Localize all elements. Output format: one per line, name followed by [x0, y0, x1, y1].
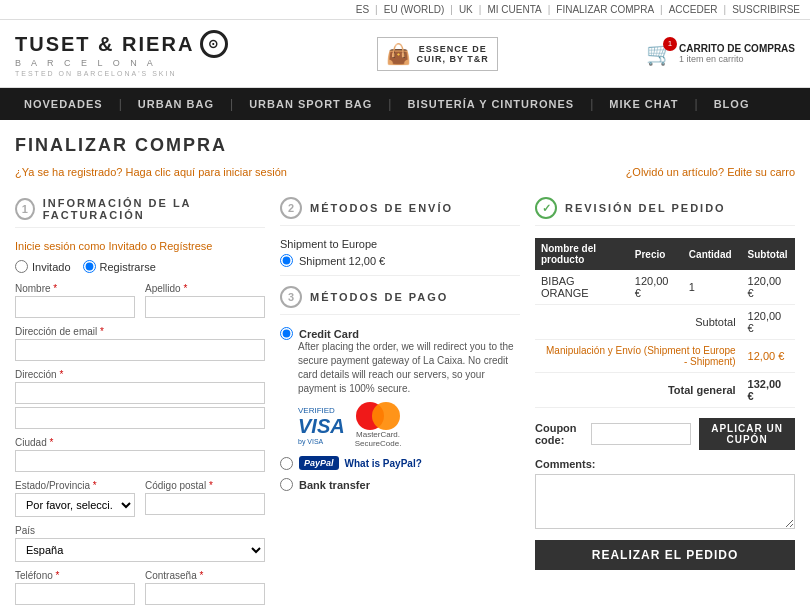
- telefono-label: Teléfono *: [15, 570, 135, 581]
- direccion-input2[interactable]: [15, 407, 265, 429]
- paypal-logo: PayPal: [299, 456, 339, 470]
- email-input[interactable]: [15, 339, 265, 361]
- pais-group: País España: [15, 525, 265, 562]
- cart-area[interactable]: 🛒 1 CARRITO DE COMPRAS 1 item en carrito: [646, 41, 795, 67]
- login-link[interactable]: iniciar sesión: [223, 166, 287, 178]
- wheel-icon: ⊙: [200, 30, 228, 58]
- col-subtotal: Subtotal: [742, 238, 795, 270]
- product-subtotal: 120,00 €: [742, 270, 795, 305]
- cart-icon: 🛒 1: [646, 41, 673, 67]
- nombre-apellido-row: Nombre * Apellido *: [15, 283, 265, 318]
- paypal-radio[interactable]: [280, 457, 293, 470]
- mi-cuenta-link[interactable]: MI CUENTA: [487, 4, 541, 15]
- coupon-input[interactable]: [591, 423, 691, 445]
- cart-badge: 1: [663, 37, 677, 51]
- payment-title: MÉTODOS DE PAGO: [310, 291, 448, 303]
- billing-num: 1: [15, 198, 35, 220]
- payment-num: 3: [280, 286, 302, 308]
- postal-input[interactable]: [145, 493, 265, 515]
- subtotal-value: 120,00 €: [742, 305, 795, 340]
- lang-es[interactable]: ES: [356, 4, 369, 15]
- mc-orange-circle: [372, 402, 400, 430]
- contrasena-input[interactable]: [145, 583, 265, 605]
- billing-title: INFORMACIÓN DE LA FACTURACIÓN: [43, 197, 265, 221]
- nav-bisuteria[interactable]: BISUTERÍA Y CINTURONES: [393, 88, 588, 120]
- telefono-input[interactable]: [15, 583, 135, 605]
- ciudad-label: Ciudad *: [15, 437, 265, 448]
- logo-title: TUSET & RIERA ⊙: [15, 30, 228, 58]
- payment-logos: VERIFIED VISA by VISA MasterCard.SecureC…: [298, 402, 520, 448]
- lang-eu[interactable]: EU (WORLD): [384, 4, 445, 15]
- shipping-row: Manipulación y Envío (Shipment to Europe…: [535, 340, 795, 373]
- logo-barcelona: B A R C E L O N A: [15, 58, 228, 68]
- credit-card-label[interactable]: Credit Card: [280, 327, 520, 340]
- product-price: 120,00 €: [629, 270, 683, 305]
- ciudad-input[interactable]: [15, 450, 265, 472]
- visa-logo: VERIFIED VISA by VISA: [298, 406, 345, 445]
- shipping-num: 2: [280, 197, 302, 219]
- mc-text: MasterCard.SecureCode.: [355, 430, 402, 448]
- nav-novedades[interactable]: NOVEDADES: [10, 88, 117, 120]
- acceder-link[interactable]: ACCEDER: [669, 4, 718, 15]
- radio-register[interactable]: [83, 260, 96, 273]
- comments-textarea[interactable]: [535, 474, 795, 529]
- forgot-link[interactable]: ¿Olvidó un artículo? Edite su carro: [626, 166, 795, 178]
- col-product: Nombre del producto: [535, 238, 629, 270]
- radio-guest-label[interactable]: Invitado: [15, 260, 71, 273]
- nombre-group: Nombre *: [15, 283, 135, 318]
- finalizar-link[interactable]: FINALIZAR COMPRA: [556, 4, 654, 15]
- bank-transfer-label[interactable]: Bank transfer: [280, 478, 520, 491]
- pais-select[interactable]: España: [15, 538, 265, 562]
- main-columns: 1 INFORMACIÓN DE LA FACTURACIÓN Inicie s…: [15, 197, 795, 614]
- col-price: Precio: [629, 238, 683, 270]
- ciudad-group: Ciudad *: [15, 437, 265, 472]
- mastercard-logo: MasterCard.SecureCode.: [355, 402, 402, 448]
- nav-mike-chat[interactable]: MIKE CHAT: [595, 88, 692, 120]
- bank-radio[interactable]: [280, 478, 293, 491]
- top-bar: ES | EU (WORLD) | UK | MI CUENTA | FINAL…: [0, 0, 810, 20]
- direccion-group: Dirección *: [15, 369, 265, 429]
- telefono-group: Teléfono *: [15, 570, 135, 605]
- paypal-label[interactable]: PayPal What is PayPal?: [280, 456, 520, 470]
- shipping-radio[interactable]: [280, 254, 293, 267]
- shipping-payment-section: 2 MÉTODOS DE ENVÍO Shipment to Europe Sh…: [280, 197, 520, 614]
- shipping-title: MÉTODOS DE ENVÍO: [310, 202, 453, 214]
- apellido-input[interactable]: [145, 296, 265, 318]
- direccion-input[interactable]: [15, 382, 265, 404]
- shipping-option-label[interactable]: Shipment 12,00 €: [280, 254, 520, 267]
- cart-label: CARRITO DE COMPRAS: [679, 43, 795, 54]
- radio-guest[interactable]: [15, 260, 28, 273]
- credit-card-radio[interactable]: [280, 327, 293, 340]
- nav-urban-bag[interactable]: URBAN BAG: [124, 88, 228, 120]
- shipping-label: Manipulación y Envío (Shipment to Europe…: [535, 340, 742, 373]
- nav-blog[interactable]: BLOG: [700, 88, 764, 120]
- billing-section: 1 INFORMACIÓN DE LA FACTURACIÓN Inicie s…: [15, 197, 265, 614]
- pais-label: País: [15, 525, 265, 536]
- guest-register-radio: Invitado Registrarse: [15, 260, 265, 273]
- nav-urban-sport-bag[interactable]: URBAN SPORT BAG: [235, 88, 386, 120]
- coupon-button[interactable]: APLICAR UN CUPÓN: [699, 418, 795, 450]
- suscribirse-link[interactable]: SUSCRIBIRSE: [732, 4, 800, 15]
- logo: TUSET & RIERA ⊙ B A R C E L O N A TESTED…: [15, 30, 228, 77]
- estado-select[interactable]: Por favor, selecci...: [15, 493, 135, 517]
- total-label: Total general: [535, 373, 742, 408]
- postal-label: Código postal *: [145, 480, 265, 491]
- guest-register-link[interactable]: Inicie sesión como Invitado o Regístrese: [15, 240, 265, 252]
- logo-tagline: TESTED ON BARCELONA'S SKIN: [15, 70, 228, 77]
- nombre-input[interactable]: [15, 296, 135, 318]
- comments-section: Comments:: [535, 458, 795, 532]
- paypal-text: What is PayPal?: [345, 458, 422, 469]
- postal-group: Código postal *: [145, 480, 265, 517]
- order-check-icon: ✓: [535, 197, 557, 219]
- estado-group: Estado/Provincia * Por favor, selecci...: [15, 480, 135, 517]
- nav-bar: NOVEDADES | URBAN BAG | URBAN SPORT BAG …: [0, 88, 810, 120]
- order-button[interactable]: REALIZAR EL PEDIDO: [535, 540, 795, 570]
- billing-header: 1 INFORMACIÓN DE LA FACTURACIÓN: [15, 197, 265, 228]
- lang-uk[interactable]: UK: [459, 4, 473, 15]
- contrasena-group: Contraseña *: [145, 570, 265, 605]
- bank-transfer-option: Bank transfer: [280, 478, 520, 491]
- product-name: BIBAG ORANGE: [535, 270, 629, 305]
- radio-register-label[interactable]: Registrarse: [83, 260, 156, 273]
- shipping-value: 12,00 €: [742, 340, 795, 373]
- shipping-europe: Shipment to Europe Shipment 12,00 €: [280, 238, 520, 267]
